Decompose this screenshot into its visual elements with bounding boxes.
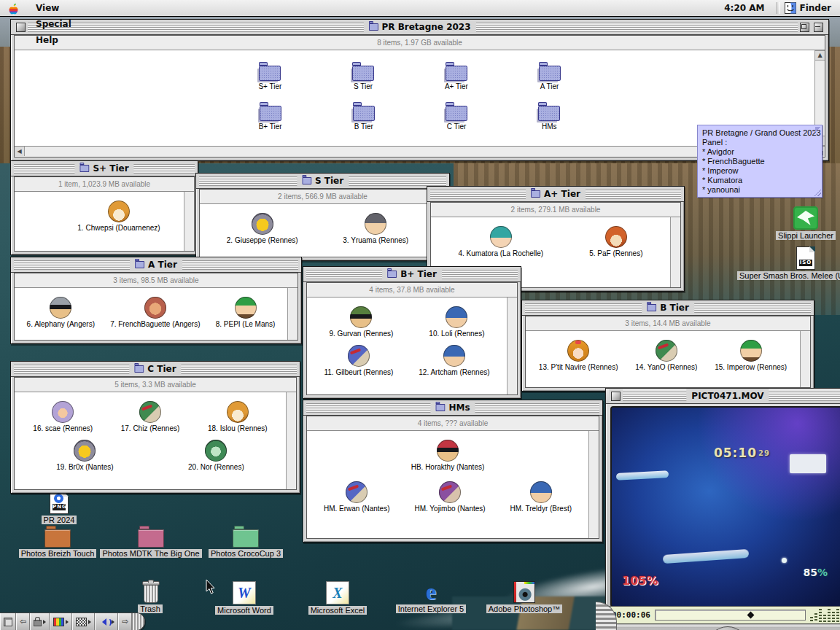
desktop-icon-microsoft-excel[interactable]: Microsoft Excel [307,581,368,615]
vertical-scrollbar[interactable] [507,298,517,394]
application-menu[interactable]: Finder [785,2,840,14]
player-item[interactable]: HM. Yojimbo (Nantes) [414,481,485,513]
player-item[interactable]: 20. Nor (Rennes) [188,440,244,471]
player-item[interactable]: 3. Yruama (Rennes) [343,213,408,244]
desktop-icon-photos-mdtk[interactable]: Photos MDTK The Big One [103,529,199,558]
desktop-icon-pr-2024[interactable]: PNG PR 2024 [35,491,83,524]
control-strip-back[interactable]: ⇦ [16,613,30,630]
window-titlebar[interactable]: A+ Tier [427,187,684,202]
vertical-scrollbar[interactable] [588,431,599,538]
sticky-note[interactable]: PR Bretagne / Grand Ouest 2023Panel :* A… [697,125,822,198]
player-item[interactable]: 18. Islou (Rennes) [208,401,268,432]
vertical-scrollbar[interactable] [286,392,296,489]
control-strip-forward[interactable]: ⇨ [118,613,132,630]
desktop-icon-internet-explorer[interactable]: Internet Explorer 5 [384,580,478,613]
window-titlebar[interactable]: S+ Tier [11,161,198,176]
folder-icon [79,165,89,172]
folder-item[interactable]: B Tier [353,101,375,131]
desktop-icon-slippi-launcher[interactable]: Slippi Launcher [777,206,834,240]
player-item[interactable]: 19. Br0x (Nantes) [56,440,113,471]
close-box-icon[interactable] [611,392,621,401]
finder-window-a-tier[interactable]: A Tier 3 items, 98.5 MB available 6. Ale… [10,257,302,344]
scroll-up-icon[interactable]: ▲ [814,50,825,61]
status-bar: 3 items, 98.5 MB available [15,273,298,288]
desktop-icon-photos-crococup[interactable]: Photos CrocoCup 3 [211,529,281,558]
finder-window-b-tier[interactable]: B Tier 3 items, 14.4 MB available 13. P'… [521,300,814,392]
control-strip-color-depth[interactable] [50,613,72,630]
quicktime-player-window[interactable]: PICT0471.MOV 05:1029 105% 85% 00:00:06 i [605,388,840,630]
player-item[interactable]: 14. YanO (Rennes) [635,340,697,371]
player-item[interactable]: 9. Gurvan (Rennes) [330,306,394,338]
window-titlebar[interactable]: PR Bretagne 2023 [11,20,828,35]
menu-view[interactable]: View [28,0,79,16]
player-item[interactable]: 8. PEPI (Le Mans) [216,297,276,328]
folder-icon [538,106,560,121]
scroll-left-icon[interactable]: ◀ [15,147,25,156]
finder-window-s-plus-tier[interactable]: S+ Tier 1 item, 1,023.9 MB available 1. … [10,160,198,255]
player-item[interactable]: 1. Chwepsi (Douarnenez) [77,201,160,232]
control-strip-volume[interactable] [95,613,118,630]
control-strip[interactable]: ⇦ ⇨ [0,612,145,630]
window-titlebar[interactable]: S Tier [196,174,449,189]
player-item[interactable]: HM. Erwan (Nantes) [324,481,390,513]
playhead-icon[interactable] [747,612,755,619]
control-strip-collapse[interactable] [0,613,16,630]
window-titlebar[interactable]: B+ Tier [303,267,521,282]
window-titlebar[interactable]: B Tier [522,300,814,316]
collapse-box-icon[interactable] [814,23,823,32]
player-item[interactable]: 4. Kumatora (La Rochelle) [458,226,543,257]
player-item[interactable]: 10. Loli (Rennes) [429,306,484,338]
desktop-icon-trash[interactable]: Trash [128,580,172,613]
player-item[interactable]: 12. Artcham (Rennes) [419,345,489,376]
desktop-icon-melee-iso[interactable]: ISO Super Smash Bros. Melee (U [737,246,840,280]
player-item[interactable]: 13. P'tit Navire (Rennes) [539,340,618,371]
folder-item[interactable]: S+ Tier [258,61,281,90]
folder-item[interactable]: C Tier [446,101,467,131]
apple-menu[interactable] [7,2,18,15]
player-item[interactable]: 17. Chiz (Rennes) [121,401,180,432]
video-area[interactable]: 05:1029 105% 85% [610,406,840,607]
player-item[interactable]: 11. Gilbeurt (Rennes) [324,345,393,376]
finder-window-s-tier[interactable]: S Tier 2 items, 566.9 MB available 2. Gi… [195,173,450,261]
finder-window-c-tier[interactable]: C Tier 5 items, 3.3 MB available 16. sca… [10,361,300,494]
window-titlebar[interactable]: A Tier [11,257,301,273]
folder-item[interactable]: B+ Tier [259,101,282,131]
seek-bar[interactable] [655,610,806,621]
player-item[interactable]: 15. Imperow (Rennes) [715,340,787,371]
vertical-scrollbar[interactable] [800,331,810,387]
player-item[interactable]: HM. Treldyr (Brest) [510,481,572,513]
menu-special[interactable]: Special [28,16,79,32]
vertical-scrollbar[interactable] [670,217,680,287]
player-item[interactable]: 7. FrenchBaguette (Angers) [110,297,200,328]
window-titlebar[interactable]: C Tier [11,362,300,377]
vertical-scrollbar[interactable] [287,288,298,340]
play-button[interactable] [707,626,749,630]
control-strip-file-sharing[interactable] [30,613,50,630]
desktop-icon-microsoft-word[interactable]: Microsoft Word [214,581,275,615]
falco-green-icon [656,340,677,362]
menu-help[interactable]: Help [28,32,79,48]
menu-clock[interactable]: 4:20 AM [724,3,771,13]
vertical-scrollbar[interactable] [184,192,194,251]
player-item[interactable]: 5. PaF (Rennes) [589,226,642,257]
desktop-icon-photos-breizh-touch[interactable]: Photos Breizh Touch [19,529,96,558]
player-item[interactable]: 2. Giuseppe (Rennes) [227,213,298,244]
player-item[interactable]: HB. Horakthy (Nantes) [411,440,485,471]
folder-item[interactable]: S Tier [352,61,374,90]
folder-icon [446,106,467,121]
folder-item[interactable]: HMs [538,101,560,131]
folder-item[interactable]: A+ Tier [445,61,468,90]
control-strip-tab-handle[interactable] [132,613,144,630]
desktop-icon-adobe-photoshop[interactable]: Adobe Photoshop™ [478,581,571,613]
window-titlebar[interactable]: PICT0471.MOV [606,389,840,404]
player-item[interactable]: 6. Alephany (Angers) [27,297,95,328]
player-item[interactable]: 16. scae (Rennes) [33,401,93,432]
control-strip-resolution[interactable] [72,613,95,630]
finder-window-hms[interactable]: HMs 4 items, ??? available HB. Horakthy … [303,400,603,542]
window-titlebar[interactable]: HMs [303,400,602,416]
zoom-box-icon[interactable] [800,23,809,32]
baguette-icon [144,297,166,319]
close-box-icon[interactable] [16,23,26,32]
folder-item[interactable]: A Tier [539,61,561,90]
finder-window-b-plus-tier[interactable]: B+ Tier 4 items, 37.8 MB available 9. Gu… [303,266,521,399]
